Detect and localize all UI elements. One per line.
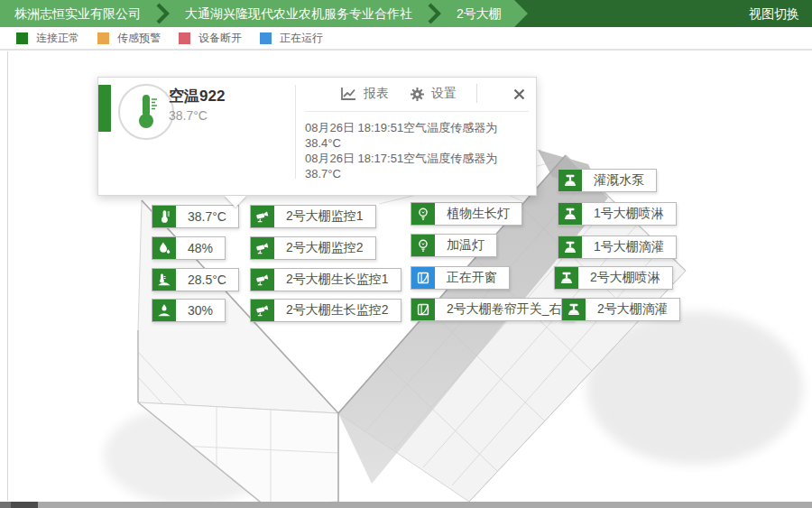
growth-camera2-label: 2号大棚生长监控2 [274, 300, 401, 321]
cctv-camera-icon [251, 269, 274, 291]
sensor-log-list: 08月26日 18:19:51空气温度传感器为 38.4°C 08月26日 18… [305, 111, 529, 181]
content-left-border [7, 51, 8, 501]
sprinkler-icon [562, 299, 586, 320]
heat-light-marker[interactable]: 加温灯 [411, 234, 497, 257]
scrollbar-thumb[interactable] [11, 502, 38, 508]
breadcrumb-greenhouse2[interactable]: 2号大棚 [444, 0, 514, 27]
legend-disconnected-swatch [179, 32, 190, 44]
sprinkler-icon [558, 236, 582, 258]
horizontal-scrollbar[interactable] [0, 502, 812, 508]
gh2-drip-label: 2号大棚滴灌 [586, 299, 679, 320]
gh1-drip-label: 1号大棚滴灌 [582, 236, 676, 258]
thermometer-icon [131, 92, 161, 132]
humidity-drop-icon [152, 237, 176, 259]
popup-pointer [225, 196, 246, 208]
window-icon [411, 267, 435, 289]
chart-icon [340, 87, 357, 101]
camera2-label: 2号大棚监控2 [274, 237, 375, 259]
sensor-current-value: 38.7°C [169, 108, 208, 123]
grow-light-marker[interactable]: 植物生长灯 [411, 202, 522, 226]
roller-switch-marker[interactable]: 2号大棚卷帘开关_右 [411, 298, 575, 321]
greenhouse-monitor-app: 株洲志恒实业有限公司 大通湖兴隆现代农业农机服务专业合作社 2号大棚 视图切换 … [0, 0, 812, 508]
popup-accent-bar [98, 85, 111, 132]
air-humidity-value: 48% [176, 237, 225, 259]
legend-connected-swatch [16, 32, 28, 44]
sprinkler-icon [555, 267, 578, 289]
air-temperature-marker[interactable]: 38.7°C [152, 205, 239, 228]
legend-sensor-warning-swatch [97, 32, 109, 44]
gh2-drip-marker[interactable]: 2号大棚滴灌 [561, 298, 680, 321]
chevron-right-icon [155, 0, 171, 27]
legend-running-label: 正在运行 [280, 31, 323, 46]
growth-camera2-marker[interactable]: 2号大棚生长监控2 [250, 299, 401, 322]
roller-switch-label: 2号大棚卷帘开关_右 [435, 299, 574, 320]
bulb-icon [411, 235, 435, 256]
irrigation-pump-label: 灌溉水泵 [582, 170, 656, 191]
legend-running-swatch [260, 32, 272, 44]
gear-icon [410, 87, 425, 102]
legend-sensor-warning-label: 传感预警 [117, 31, 161, 46]
window-icon [411, 299, 435, 320]
sensor-log-entry: 08月26日 18:17:51空气温度传感器为 38.7°C [305, 151, 529, 181]
sensor-popup: 空温922 38.7°C 报表 设置 [97, 77, 537, 196]
view-toggle-button[interactable]: 视图切换 [736, 0, 812, 27]
gh1-sprinkler-label: 1号大棚喷淋 [582, 203, 676, 225]
close-button[interactable] [510, 85, 528, 103]
growth-camera1-label: 2号大棚生长监控1 [274, 269, 401, 291]
growth-camera1-marker[interactable]: 2号大棚生长监控1 [250, 268, 401, 291]
bulb-icon [411, 203, 435, 225]
legend-sensor-warning: 传感预警 [97, 31, 161, 46]
sensor-name: 空温922 [169, 86, 225, 106]
breadcrumb: 株洲志恒实业有限公司 大通湖兴隆现代农业农机服务专业合作社 2号大棚 [0, 0, 514, 27]
popup-divider [295, 85, 296, 179]
close-icon [513, 88, 525, 100]
chevron-right-icon [427, 0, 442, 27]
sprinkler-icon [558, 203, 582, 225]
settings-button[interactable]: 设置 [410, 86, 457, 102]
scrollbar-cap [0, 502, 11, 508]
legend-running: 正在运行 [260, 31, 323, 46]
soil-temperature-marker[interactable]: 28.5°C [152, 268, 239, 291]
breadcrumb-cooperative[interactable]: 大通湖兴隆现代农业农机服务专业合作社 [172, 0, 425, 27]
cctv-camera-icon [251, 206, 274, 227]
topbar-spacer [528, 0, 736, 27]
camera2-marker[interactable]: 2号大棚监控2 [250, 236, 376, 260]
irrigation-pump-marker[interactable]: 灌溉水泵 [558, 169, 657, 192]
cctv-camera-icon [251, 300, 274, 321]
soil-moisture-value: 30% [176, 300, 225, 321]
legend-connected: 连接正常 [16, 31, 79, 46]
legend-disconnected: 设备断开 [179, 31, 242, 46]
top-bar: 株洲志恒实业有限公司 大通湖兴隆现代农业农机服务专业合作社 2号大棚 视图切换 [0, 0, 812, 27]
gh1-drip-marker[interactable]: 1号大棚滴灌 [558, 236, 677, 259]
legend-connected-label: 连接正常 [36, 31, 79, 46]
status-legend: 连接正常 传感预警 设备断开 正在运行 [0, 27, 812, 51]
heat-light-label: 加温灯 [435, 235, 496, 256]
soil-thermometer-icon [152, 269, 176, 291]
thermometer-icon [152, 206, 176, 227]
grow-light-label: 植物生长灯 [435, 203, 521, 225]
soil-moisture-marker[interactable]: 30% [152, 299, 226, 322]
popup-actions: 报表 设置 [340, 86, 457, 102]
window-opening-label: 正在开窗 [435, 267, 509, 289]
air-humidity-marker[interactable]: 48% [152, 236, 226, 260]
sprinkler-icon [558, 170, 582, 191]
gh1-sprinkler-marker[interactable]: 1号大棚喷淋 [558, 202, 677, 226]
breadcrumb-company[interactable]: 株洲志恒实业有限公司 [2, 0, 153, 27]
air-temperature-value: 38.7°C [176, 206, 238, 227]
legend-disconnected-label: 设备断开 [198, 31, 242, 46]
cctv-camera-icon [251, 237, 274, 259]
actions-separator [476, 84, 477, 103]
soil-temperature-value: 28.5°C [176, 269, 238, 291]
soil-moisture-icon [152, 300, 176, 321]
window-opening-marker[interactable]: 正在开窗 [411, 266, 510, 290]
sensor-avatar [118, 84, 174, 140]
sensor-log-entry: 08月26日 18:19:51空气温度传感器为 38.4°C [305, 120, 529, 151]
gh2-sprinkler-label: 2号大棚喷淋 [578, 267, 672, 289]
camera1-marker[interactable]: 2号大棚监控1 [250, 205, 376, 228]
gh2-sprinkler-marker[interactable]: 2号大棚喷淋 [554, 266, 673, 290]
breadcrumb-arrow [514, 0, 528, 27]
camera1-label: 2号大棚监控1 [274, 206, 375, 227]
report-button[interactable]: 报表 [340, 86, 389, 102]
